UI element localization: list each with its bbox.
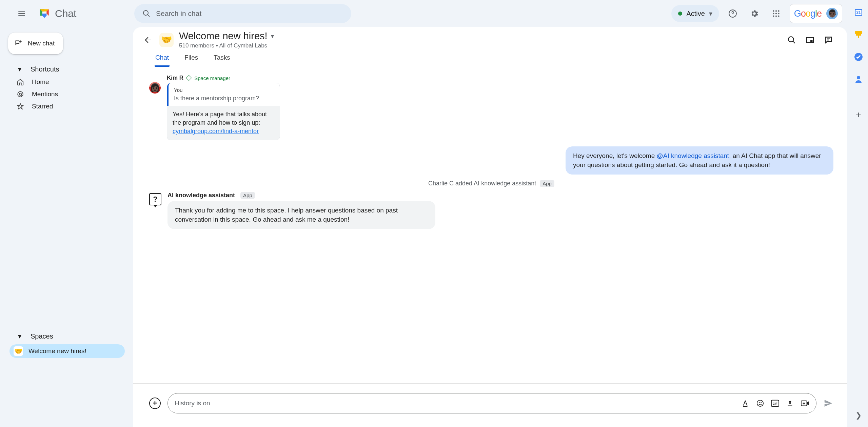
avatar-app[interactable]: ?: [149, 193, 161, 205]
gear-icon: [750, 9, 759, 18]
quote-text: Is there a mentorship program?: [174, 95, 274, 102]
thread-button[interactable]: [824, 36, 833, 44]
composer-placeholder: History is on: [175, 400, 735, 407]
svg-point-12: [761, 402, 762, 403]
chat-logo: Chat: [38, 7, 76, 20]
sender-name: Kim R: [167, 75, 183, 81]
keep-icon: [854, 30, 863, 39]
message-composer[interactable]: History is on GIF: [167, 393, 816, 413]
search-placeholder: Search in chat: [156, 9, 201, 18]
emoji-button[interactable]: [756, 399, 765, 408]
add-attachment-button[interactable]: +: [149, 398, 161, 409]
video-button[interactable]: [801, 399, 809, 408]
format-button[interactable]: [741, 399, 750, 408]
message-app: ? AI knowledge assistant App Thank you f…: [149, 192, 833, 229]
space-item-welcome[interactable]: 🤝 Welcome new hires!: [9, 344, 125, 358]
contacts-button[interactable]: [854, 75, 863, 84]
app-message-body[interactable]: Thank you for adding me to this space. I…: [167, 201, 435, 229]
sidebar-item-home[interactable]: Home: [0, 76, 133, 88]
system-text: Charlie C added AI knowledge assistant: [428, 180, 536, 187]
reply-link[interactable]: cymbalgroup.com/find-a-mentor: [173, 128, 259, 135]
chevron-down-icon[interactable]: ▾: [271, 33, 274, 40]
new-chat-button[interactable]: New chat: [8, 33, 63, 54]
shortcuts-section[interactable]: ▾ Shortcuts: [0, 62, 133, 76]
hamburger-icon: [17, 9, 26, 18]
settings-button[interactable]: [746, 5, 763, 22]
search-input[interactable]: Search in chat: [134, 4, 351, 23]
panel-toggle-button[interactable]: [806, 36, 814, 44]
reply-body: Yes! Here's a page that talks about the …: [167, 106, 280, 140]
keep-button[interactable]: [854, 30, 863, 39]
system-message: Charlie C added AI knowledge assistant A…: [149, 180, 833, 187]
help-button[interactable]: [725, 5, 741, 22]
tab-files[interactable]: Files: [184, 54, 199, 67]
apps-grid-icon: [772, 9, 781, 18]
at-icon: [16, 90, 24, 98]
quote-from: You: [174, 87, 274, 93]
rail-separator: [853, 97, 864, 97]
space-tabs: Chat Files Tasks: [133, 49, 847, 67]
sidebar-item-starred[interactable]: Starred: [0, 101, 133, 112]
space-manager-badge-icon: [186, 75, 192, 81]
app-name: Chat: [55, 8, 76, 19]
sidebar-item-mentions[interactable]: Mentions: [0, 88, 133, 100]
space-avatar: 🤝: [159, 33, 174, 47]
svg-point-6: [778, 13, 779, 14]
message-you[interactable]: Hey everyone, let's welcome @AI knowledg…: [566, 146, 833, 175]
arrow-left-icon: [143, 36, 152, 44]
expand-rail-button[interactable]: ❯: [854, 411, 863, 420]
spaces-label: Spaces: [31, 332, 53, 340]
space-item-label: Welcome new hires!: [28, 347, 86, 355]
main-menu-button[interactable]: [14, 5, 30, 22]
send-button[interactable]: [823, 398, 833, 408]
tasks-button[interactable]: [854, 52, 863, 62]
shortcuts-label: Shortcuts: [31, 65, 59, 73]
space-subtitle: 510 members • All of Cymbal Labs: [179, 42, 274, 49]
search-icon: [142, 9, 151, 18]
space-title[interactable]: Welcome new hires!: [179, 30, 268, 42]
spaces-section[interactable]: ▾ Spaces: [0, 329, 133, 343]
status-dot-icon: [678, 12, 682, 16]
app-tag: App: [540, 180, 554, 187]
gif-icon: GIF: [771, 400, 779, 407]
add-addon-button[interactable]: +: [854, 110, 863, 120]
gif-button[interactable]: GIF: [771, 399, 780, 408]
panel-icon: [806, 36, 814, 44]
svg-point-9: [778, 15, 779, 17]
new-chat-icon: [15, 40, 22, 47]
svg-point-11: [759, 402, 760, 403]
back-button[interactable]: [141, 33, 155, 47]
calendar-button[interactable]: 31: [854, 7, 863, 17]
apps-button[interactable]: [768, 5, 784, 22]
svg-point-5: [775, 13, 777, 14]
video-add-icon: [801, 400, 809, 407]
user-avatar[interactable]: 👨🏿: [826, 8, 838, 19]
quoted-reply[interactable]: You Is there a mentorship program? Yes! …: [167, 83, 280, 140]
avatar-kim[interactable]: [149, 82, 161, 94]
calendar-icon: 31: [854, 8, 863, 17]
mention[interactable]: @AI knowledge assistant: [657, 152, 729, 159]
format-text-icon: [742, 400, 749, 407]
svg-point-8: [775, 15, 777, 17]
upload-button[interactable]: [786, 399, 794, 408]
svg-point-10: [757, 400, 763, 406]
emoji-icon: [756, 400, 764, 407]
sidebar-item-label: Home: [32, 78, 49, 86]
star-icon: [16, 103, 24, 110]
tab-chat[interactable]: Chat: [155, 54, 170, 67]
app-tag: App: [240, 192, 255, 199]
svg-text:GIF: GIF: [773, 402, 777, 405]
svg-point-0: [19, 93, 21, 95]
side-panel-rail: 31 + ❯: [849, 0, 868, 427]
chevron-down-icon: ▾: [16, 65, 23, 73]
upload-icon: [786, 400, 794, 407]
space-emoji-icon: 🤝: [14, 346, 23, 356]
chat-logo-icon: [38, 7, 51, 20]
help-icon: [728, 9, 737, 18]
account-switcher[interactable]: Google 👨🏿: [790, 4, 842, 23]
search-in-space-button[interactable]: [787, 36, 796, 44]
svg-point-21: [857, 76, 860, 79]
you-text-prefix: Hey everyone, let's welcome: [573, 152, 657, 159]
status-pill[interactable]: Active ▾: [671, 5, 719, 22]
tab-tasks[interactable]: Tasks: [213, 54, 231, 67]
